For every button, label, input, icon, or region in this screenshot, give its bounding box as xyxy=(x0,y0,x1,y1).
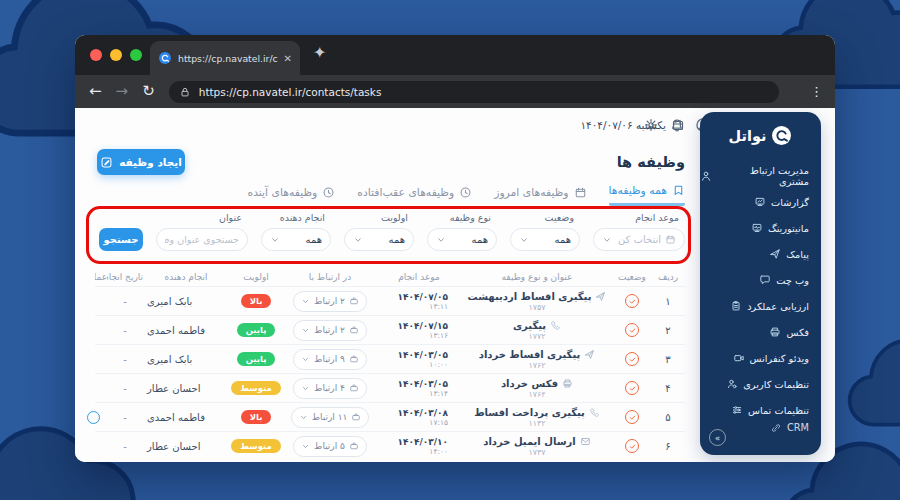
forward-icon[interactable]: → xyxy=(116,84,129,99)
sidebar-item[interactable]: گزارشات xyxy=(700,189,821,215)
table-row[interactable]: ۶ ارسال ایمیل خرداد ۱۷۳۷ ۱۴۰۴ xyxy=(95,431,685,460)
filter-select-field: نوع وظیفه همه xyxy=(427,212,497,251)
priority-badge: متوسط xyxy=(231,439,281,453)
filter-select-field: انجام دهنده همه xyxy=(261,212,331,251)
filter-select[interactable]: همه xyxy=(510,228,580,251)
sidebar-item[interactable]: مانیتورینگ xyxy=(700,215,821,241)
task-title: پیگیری پرداخت اقساط xyxy=(474,407,585,418)
sidebar-item[interactable]: ارزیابی عملکرد xyxy=(700,293,821,319)
briefcase-icon xyxy=(351,412,361,422)
browser-menu-icon[interactable]: ⋮ xyxy=(810,84,823,99)
briefcase-icon xyxy=(349,441,359,451)
sidebar-item-icon xyxy=(769,326,781,338)
calendar-icon xyxy=(671,118,685,132)
due-date: ۱۴۰۴/۰۳/۰۵ xyxy=(390,379,448,389)
table-row[interactable]: ۴ فکس خرداد ۱۷۶۴ ۱۴۰۴/۰۳/۰۵ xyxy=(95,373,685,402)
task-tab[interactable]: وظیفه‌های امروز xyxy=(494,184,586,206)
contact-cell: ۲ ارتباط xyxy=(283,291,377,312)
reload-icon[interactable]: ↻ xyxy=(142,84,155,99)
filter-label: موعد انجام xyxy=(593,212,685,223)
action-button-clipped[interactable] xyxy=(87,411,100,424)
col-due: موعد انجام xyxy=(377,272,461,282)
row-number: ۵ xyxy=(651,412,685,423)
filter-select[interactable]: همه xyxy=(427,228,497,251)
sidebar-item[interactable]: تنظیمات کاربری xyxy=(700,371,821,397)
contacts-count: ۲ ارتباط xyxy=(314,325,345,335)
chevron-down-icon xyxy=(301,384,310,393)
search-button[interactable]: جستجو xyxy=(99,228,143,251)
assignee: احسان عطار xyxy=(143,441,229,452)
sidebar-item[interactable]: پیامک xyxy=(700,241,821,267)
completion-date: - xyxy=(107,296,143,307)
task-tab[interactable]: همه وظیفه‌ها xyxy=(609,184,685,206)
filter-select[interactable]: همه xyxy=(344,228,414,251)
contacts-dropdown-button[interactable]: ۴ ارتباط xyxy=(293,378,367,399)
contact-cell: ۵ ارتباط xyxy=(283,436,377,457)
contacts-dropdown-button[interactable]: ۵ ارتباط xyxy=(293,436,367,457)
filter-title: عنوان xyxy=(156,212,248,251)
sidebar-collapse-button[interactable]: » xyxy=(709,429,726,446)
page-title: وظیفه ها xyxy=(617,154,685,170)
task-type-icon xyxy=(550,320,561,331)
table-row[interactable]: ۱ پیگیری اقساط اردیبهشت ۱۷۵۷ xyxy=(95,286,685,315)
priority-cell: بالا xyxy=(229,294,283,308)
close-window-button[interactable] xyxy=(90,49,102,61)
task-tab[interactable]: وظیفه‌های آینده xyxy=(248,184,336,206)
sidebar-item[interactable]: مدیریت ارتباط مشتری xyxy=(700,163,821,189)
priority-cell: متوسط xyxy=(229,439,283,453)
ops-cell xyxy=(95,432,107,460)
due-date-placeholder: انتخاب کن xyxy=(618,234,661,245)
assignee: بابک امیری xyxy=(143,296,229,307)
sidebar-menu: مدیریت ارتباط مشتری گزارشات مانیتورینگ xyxy=(700,163,821,432)
tab-close-icon[interactable]: ✕ xyxy=(284,53,292,64)
sidebar-item[interactable]: ویدئو کنفرانس xyxy=(700,345,821,371)
navatel-logo-icon xyxy=(771,125,792,146)
minimize-window-button[interactable] xyxy=(110,49,122,61)
sidebar-item-icon xyxy=(754,196,766,208)
contacts-dropdown-button[interactable]: ۲ ارتباط xyxy=(293,320,367,341)
back-icon[interactable]: ← xyxy=(89,84,102,99)
chevron-down-icon xyxy=(436,235,446,245)
contacts-dropdown-button[interactable]: ۹ ارتباط xyxy=(293,349,367,370)
filter-label: اولویت xyxy=(344,212,414,223)
task-code: ۱۷۶۲ xyxy=(528,361,545,370)
create-task-button[interactable]: ایجاد وظیفه xyxy=(97,149,185,175)
table-row[interactable]: ۳ پیگیری اقساط خرداد ۱۷۶۲ ۱۴۰ xyxy=(95,344,685,373)
ops-cell xyxy=(95,403,107,431)
task-title-cell: پیگیری اقساط خرداد ۱۷۶۲ xyxy=(461,349,613,370)
browser-window: https://cp.navatel.ir/contacts/t ✕ ✦ ← →… xyxy=(75,35,835,462)
priority-cell: پایین xyxy=(229,323,283,337)
completion-date: - xyxy=(107,354,143,365)
browser-tab[interactable]: https://cp.navatel.ir/contacts/t ✕ xyxy=(150,41,300,75)
table-row[interactable]: ۲ پیگیری ۱۷۷۲ ۱۴۰۴/۰۷/۱۵ xyxy=(95,315,685,344)
priority-cell: متوسط xyxy=(229,381,283,395)
filter-select[interactable]: همه xyxy=(261,228,331,251)
sidebar-item-icon xyxy=(733,352,745,364)
due-date-picker[interactable]: انتخاب کن xyxy=(593,228,685,251)
row-status xyxy=(613,352,651,366)
title-search-input[interactable] xyxy=(156,228,248,251)
sidebar-item[interactable]: تنظیمات تماس xyxy=(700,397,821,423)
sidebar-item[interactable]: فکس xyxy=(700,319,821,345)
chevron-down-icon xyxy=(353,235,363,245)
sidebar-item-icon xyxy=(770,423,782,432)
priority-cell: پایین xyxy=(229,352,283,366)
sidebar-item-label: مدیریت ارتباط مشتری xyxy=(717,165,809,187)
new-tab-button[interactable]: ✦ xyxy=(313,45,326,61)
task-tab[interactable]: وظیفه‌های عقب‌افتاده xyxy=(357,184,472,206)
sidebar-navigation: نواتل مدیریت ارتباط مشتری گزارشات م xyxy=(700,112,821,455)
contacts-dropdown-button[interactable]: ۲ ارتباط xyxy=(293,291,367,312)
tab-label: وظیفه‌های آینده xyxy=(248,186,318,199)
maximize-window-button[interactable] xyxy=(130,49,142,61)
task-title: فکس خرداد xyxy=(501,378,558,389)
sidebar-item[interactable]: وب چت xyxy=(700,267,821,293)
table-row[interactable]: ۵ پیگیری پرداخت اقساط ۱۱۳۲ ۱۴ xyxy=(95,402,685,431)
filter-select-value: همه xyxy=(306,234,322,245)
sidebar-item-label: مانیتورینگ xyxy=(768,223,809,234)
sidebar-item-icon xyxy=(731,404,743,416)
url-bar[interactable]: https://cp.navatel.ir/contacts/tasks xyxy=(169,81,779,103)
ops-cell xyxy=(95,287,107,315)
contacts-dropdown-button[interactable]: ۱۱ ارتباط xyxy=(291,407,370,428)
assignee: فاطمه احمدی xyxy=(143,412,229,423)
sidebar-item-icon xyxy=(769,248,781,260)
